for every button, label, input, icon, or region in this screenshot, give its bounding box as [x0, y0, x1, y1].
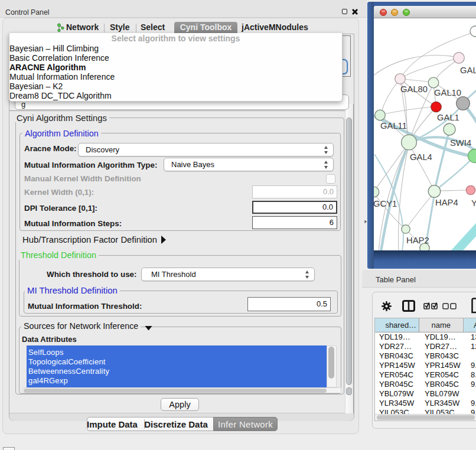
- svg-text:YE: YE: [471, 198, 476, 208]
- svg-text:HAP2: HAP2: [406, 236, 429, 245]
- svg-text:GAL11: GAL11: [380, 121, 407, 131]
- svg-text:GAL4: GAL4: [410, 152, 432, 162]
- svg-text:GAL80: GAL80: [400, 84, 428, 94]
- svg-text:GAL10: GAL10: [434, 88, 461, 97]
- svg-text:GAL1: GAL1: [437, 113, 459, 122]
- svg-text:SWI4: SWI4: [450, 138, 471, 148]
- svg-text:HAP4: HAP4: [435, 198, 458, 207]
- svg-text:GAL7: GAL7: [460, 66, 476, 75]
- svg-text:GCY1: GCY1: [374, 199, 397, 208]
